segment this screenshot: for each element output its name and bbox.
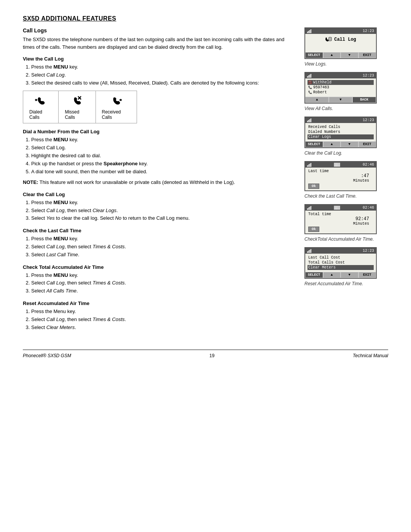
dialed-calls-icon-cell: Dialed Calls [23, 91, 59, 123]
view-call-log-steps: Press the MENU key. Select Call Log. Sel… [31, 63, 293, 87]
view-step-2: Select Call Log. [31, 71, 293, 79]
screen1-caption: View Logs. [304, 61, 388, 67]
screen1-center-text: Call Log [334, 37, 356, 42]
screen2-item-3: 📞 Robert [307, 90, 374, 95]
screen5-top-bar: ▓▓▓ 02:46 [305, 205, 376, 211]
total-step-2: Select Call Log, then select Times & Cos… [31, 279, 293, 287]
screen2-signal [307, 74, 311, 78]
screen1-btn-select: SELECT [305, 52, 323, 58]
screen2-time: 12:23 [363, 73, 374, 78]
missed-calls-label: Missed Calls [65, 109, 89, 120]
screen1-btn-exit: EXIT [358, 52, 376, 58]
screen2-caption: View All Calls. [304, 106, 388, 111]
view-call-log-heading: View the Call Log [23, 56, 293, 62]
dial-step-4: Pick up the handset or press the Speaker… [31, 160, 293, 168]
total-air-time-heading: Check Total Accumulated Air Time [23, 264, 293, 270]
screen5-caption: CheckTotal Accumulated Air Time. [304, 236, 388, 242]
screen1-body: Call Log [305, 34, 376, 52]
screen4-caption: Check the Last Call Time. [304, 193, 388, 199]
footer-page-number: 19 [209, 353, 214, 358]
phone-icon [325, 37, 332, 42]
dial-step-2: Select Call Log. [31, 144, 293, 152]
view-logs-screen: 12:23 Call Log SELECT ▲ ▼ EXIT [304, 27, 377, 59]
screen4-time: 02:46 [363, 163, 374, 167]
screen3-signal [307, 118, 311, 122]
screen1-btn-down: ▼ [341, 52, 358, 58]
dial-step-1: Press the MENU key. [31, 136, 293, 144]
view-step-1: Press the MENU key. [31, 63, 293, 71]
call-logs-heading: Call Logs [23, 27, 293, 34]
total-step-1: Press the MENU key. [31, 272, 293, 280]
screen1-center: Call Log [307, 35, 374, 44]
clear-step-3: Select Yes to clear the call log. Select… [31, 214, 293, 222]
screen1-buttons: SELECT ▲ ▼ EXIT [305, 52, 376, 58]
menu-key-2: MENU [54, 137, 68, 142]
menu-key-3: MENU [54, 200, 68, 205]
screen3-time: 12:23 [363, 118, 374, 122]
clear-step-2: Select Call Log, then select Clear Logs. [31, 207, 293, 215]
dialed-calls-icon [34, 94, 48, 108]
screen5-unit: Minutes [308, 222, 373, 226]
clear-step-1: Press the MENU key. [31, 199, 293, 207]
screen2-buttons: ▲ ▼ BACK [305, 97, 376, 103]
received-calls-icon [109, 94, 123, 108]
reset-step-1: Press the Menu key. [31, 308, 293, 316]
screen4-unit: Minutes [308, 179, 373, 183]
screen6-btn-exit: EXIT [358, 272, 376, 278]
screen3-body: Received Calls Dialed Numbers Clear Logs [305, 123, 376, 141]
right-column: 12:23 Call Log SELECT ▲ ▼ EXIT View [304, 27, 388, 334]
screen6-top-bar: 12:23 [305, 248, 376, 254]
view-step-3: Select the desired calls to view (All, M… [31, 79, 293, 87]
view-all-calls-screen: 12:23 📵 Withheld 📞 9597463 📞 Robert ▲ ▼ [304, 72, 377, 104]
screen3-buttons: SELECT ▲ ▼ EXIT [305, 141, 376, 147]
menu-key-4: MENU [54, 236, 68, 241]
screen6-buttons: SELECT ▲ ▼ EXIT [305, 272, 376, 278]
screen5-time: 02:46 [363, 206, 374, 210]
reset-air-time-screen: 12:23 Last Call Cost Total Calls Cost Cl… [304, 247, 377, 279]
total-step-3: Select All Calls Time. [31, 287, 293, 295]
clear-call-log-screen: 12:23 Received Calls Dialed Numbers Clea… [304, 117, 377, 148]
screen1-time: 12:23 [363, 29, 374, 33]
screen5-battery: ▓▓▓ [334, 206, 340, 210]
call-type-icons: Dialed Calls Missed Calls [23, 91, 137, 123]
svg-rect-5 [330, 38, 331, 40]
screen2-btn-up: ▲ [305, 97, 329, 103]
reset-step-2: Select Call Log, then select Times & Cos… [31, 316, 293, 324]
screen2-btn-down: ▼ [329, 97, 352, 103]
received-calls-label: Received Calls [102, 109, 131, 120]
screen1-signal [307, 29, 311, 33]
screen4-body: Last time :47 Minutes Ok [305, 168, 376, 190]
missed-calls-icon-cell: Missed Calls [59, 91, 96, 123]
screen2-item-2: 📞 9597463 [307, 85, 374, 90]
screen5-label: Total time [308, 212, 373, 216]
total-air-time-steps: Press the MENU key. Select Call Log, the… [31, 272, 293, 295]
screen3-top-bar: 12:23 [305, 117, 376, 123]
last-call-time-heading: Check the Last Call Time [23, 228, 293, 233]
screen3-btn-down: ▼ [341, 141, 358, 147]
screen6-item-2: Total Calls Cost [307, 260, 374, 265]
footer-left: Phonecell® SX5D GSM [23, 353, 71, 358]
screen4-ok-btn: Ok [308, 184, 319, 189]
reset-air-time-heading: Reset Accumulated Air Time [23, 300, 293, 306]
dial-from-log-steps: Press the MENU key. Select Call Log. Hig… [31, 136, 293, 176]
screen6-signal [307, 249, 311, 253]
dial-step-5: A dial tone will sound, then the number … [31, 168, 293, 176]
menu-key-5: MENU [54, 272, 68, 278]
last-step-3: Select Last Call Time. [31, 251, 293, 259]
last-step-1: Press the MENU key. [31, 235, 293, 243]
reset-air-time-steps: Press the Menu key. Select Call Log, the… [31, 308, 293, 331]
screen6-btn-up: ▲ [323, 272, 341, 278]
screen5-value: 92:47 [308, 216, 373, 222]
screen4-signal [307, 163, 311, 167]
screen6-item-3: Clear Meters [307, 265, 374, 270]
screen2-body: 📵 Withheld 📞 9597463 📞 Robert [305, 78, 376, 97]
received-calls-icon-cell: Received Calls [96, 91, 137, 123]
screen3-caption: Clear the Call Log. [304, 150, 388, 156]
screen6-body: Last Call Cost Total Calls Cost Clear Me… [305, 254, 376, 272]
call-log-link-1: Call Log [46, 72, 65, 78]
left-column: Call Logs The SX5D stores the telephone … [23, 27, 293, 334]
call-logs-intro: The SX5D stores the telephone numbers of… [23, 36, 293, 51]
screen3-btn-up: ▲ [323, 141, 341, 147]
screen3-item-1: Received Calls [307, 125, 374, 129]
screen3-item-3: Clear Logs [307, 134, 374, 139]
